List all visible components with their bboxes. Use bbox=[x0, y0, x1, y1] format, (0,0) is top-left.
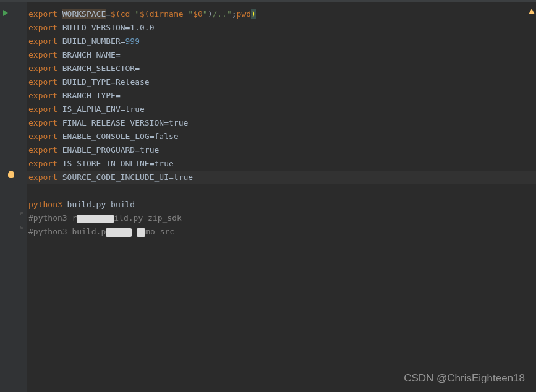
keyword-export: export bbox=[28, 173, 57, 182]
keyword-export: export bbox=[28, 104, 57, 114]
redaction-block bbox=[137, 228, 145, 237]
keyword-export: export bbox=[28, 50, 57, 59]
code-line[interactable]: export BRANCH_TYPE= bbox=[27, 89, 536, 103]
run-gutter-icon[interactable] bbox=[3, 10, 8, 16]
keyword-export: export bbox=[28, 159, 57, 168]
code-area[interactable]: export WORKSPACE=$(cd "$(dirname "$0")/.… bbox=[27, 2, 536, 392]
code-line[interactable]: export WORKSPACE=$(cd "$(dirname "$0")/.… bbox=[27, 7, 536, 21]
code-line-comment[interactable]: #python3 rild.py zip_sdk bbox=[27, 211, 536, 225]
variable-name: WORKSPACE bbox=[62, 9, 106, 19]
keyword-export: export bbox=[28, 91, 57, 100]
code-line-comment[interactable]: #python3 build.p mo_src bbox=[27, 225, 536, 239]
keyword-export: export bbox=[28, 118, 57, 127]
code-line[interactable]: export IS_ALPHA_ENV=true bbox=[27, 103, 536, 116]
redaction-block bbox=[106, 228, 132, 237]
fold-icon[interactable]: ⊟ bbox=[20, 225, 25, 230]
keyword-export: export bbox=[28, 23, 57, 32]
code-line[interactable]: export BUILD_NUMBER=999 bbox=[27, 35, 536, 48]
watermark-text: CSDN @ChrisEighteen18 bbox=[404, 372, 525, 385]
warning-indicator-icon[interactable] bbox=[529, 9, 535, 14]
keyword-export: export bbox=[28, 132, 57, 141]
keyword-export: export bbox=[28, 9, 57, 19]
fold-icon[interactable]: ⊟ bbox=[20, 211, 25, 216]
code-line[interactable]: export FINAL_RELEASE_VERSION=true bbox=[27, 116, 536, 130]
code-line[interactable]: export ENABLE_PROGUARD=true bbox=[27, 143, 536, 157]
code-line[interactable]: export IS_STORE_IN_ONLINE=true bbox=[27, 157, 536, 171]
code-line[interactable]: export BUILD_TYPE=Release bbox=[27, 75, 536, 89]
keyword-export: export bbox=[28, 77, 57, 87]
code-line[interactable]: python3 build.py build bbox=[27, 198, 536, 211]
code-line[interactable]: export BUILD_VERSION=1.0.0 bbox=[27, 21, 536, 35]
keyword-export: export bbox=[28, 145, 57, 155]
editor-container: ⊟ ⊟ export WORKSPACE=$(cd "$(dirname "$0… bbox=[0, 2, 536, 392]
gutter[interactable]: ⊟ ⊟ bbox=[0, 2, 27, 392]
keyword-export: export bbox=[28, 36, 57, 46]
intention-bulb-icon[interactable] bbox=[8, 171, 14, 178]
code-line[interactable]: export ENABLE_CONSOLE_LOG=false bbox=[27, 130, 536, 143]
empty-line[interactable] bbox=[27, 184, 536, 198]
redaction-block bbox=[77, 215, 114, 223]
keyword-export: export bbox=[28, 64, 57, 73]
code-line[interactable]: export BRANCH_NAME= bbox=[27, 48, 536, 62]
code-line[interactable]: export BRANCH_SELECTOR= bbox=[27, 62, 536, 75]
code-line-caret[interactable]: export SOURCE_CODE_INCLUDE_UI=true bbox=[27, 171, 536, 184]
